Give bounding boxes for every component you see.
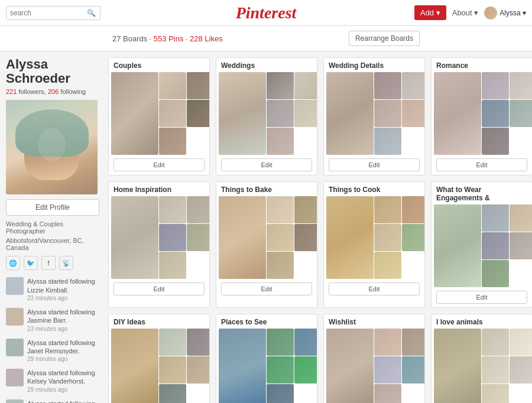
edit-profile-button[interactable]: Edit Profile — [6, 199, 99, 216]
board-title: Things to Bake — [216, 182, 317, 196]
facebook-icon[interactable]: f — [41, 256, 56, 270]
board-image — [187, 356, 210, 384]
board-image — [187, 329, 210, 356]
board-image-main — [219, 72, 266, 155]
separator1: · — [150, 34, 154, 43]
edit-button[interactable]: Edit — [436, 291, 527, 304]
board-image-main — [111, 196, 158, 279]
board-image — [294, 329, 317, 356]
board-image — [267, 72, 294, 99]
board-image — [374, 128, 401, 155]
board-title: Home Inspiration — [109, 182, 209, 196]
board-image — [402, 72, 425, 99]
rearrange-boards-button[interactable]: Rearrange Boards — [349, 31, 420, 46]
followers-info: 221 followers, 206 following — [6, 88, 99, 95]
board-image — [159, 252, 186, 279]
sub-header: 27 Boards · 553 Pins · 228 Likes Rearran… — [0, 26, 532, 51]
website-icon[interactable]: 🌐 — [6, 256, 20, 270]
board-image — [482, 384, 509, 403]
board-image — [402, 329, 425, 356]
board-image — [374, 100, 401, 127]
edit-button[interactable]: Edit — [113, 158, 205, 171]
board-card: DIY Ideas Edit — [108, 314, 210, 403]
board-card: Places to See Edit — [216, 314, 317, 403]
board-title: Things to Cook — [324, 182, 424, 196]
board-image-main — [111, 72, 158, 155]
board-image — [159, 329, 186, 356]
board-image — [159, 356, 186, 384]
board-image — [402, 100, 425, 127]
board-image — [159, 72, 186, 99]
board-image — [267, 100, 294, 127]
edit-button[interactable]: Edit — [221, 158, 312, 171]
edit-button[interactable]: Edit — [221, 282, 312, 295]
board-image-main — [326, 196, 374, 279]
search-input[interactable] — [10, 9, 87, 17]
sidebar: AlyssaSchroeder 221 followers, 206 follo… — [0, 57, 105, 403]
search-box[interactable]: 🔍 — [6, 6, 100, 20]
edit-button[interactable]: Edit — [329, 158, 420, 171]
board-image — [482, 329, 509, 356]
board-image — [267, 384, 294, 403]
board-image — [267, 128, 294, 155]
followers-link[interactable]: 221 — [6, 88, 17, 95]
board-image — [159, 196, 186, 223]
board-image — [294, 224, 317, 251]
following-link[interactable]: 206 — [48, 88, 59, 95]
board-image — [159, 128, 186, 155]
separator2: · — [186, 34, 190, 43]
board-image — [482, 72, 509, 99]
board-image — [482, 356, 509, 384]
board-card: Couples Edit — [108, 57, 210, 176]
edit-button[interactable]: Edit — [113, 282, 205, 295]
board-image-main — [111, 329, 158, 403]
board-images — [432, 329, 532, 403]
board-images — [109, 72, 209, 157]
activity-text: Alyssa started following Janet Remsnyder… — [27, 339, 99, 363]
edit-button[interactable]: Edit — [436, 158, 527, 171]
board-image — [374, 196, 401, 223]
board-image-main — [219, 329, 266, 403]
board-images — [432, 72, 532, 157]
board-image — [482, 128, 509, 155]
board-image — [267, 329, 294, 356]
board-title: Places to See — [216, 314, 317, 329]
board-image — [374, 224, 401, 251]
twitter-icon[interactable]: 🐦 — [24, 256, 38, 270]
board-image — [159, 100, 186, 127]
about-link[interactable]: About ▾ — [452, 8, 479, 17]
board-image — [187, 72, 210, 99]
board-images — [216, 329, 317, 403]
board-image — [482, 100, 509, 127]
user-menu[interactable]: Alyssa ▾ — [484, 6, 526, 20]
pins-link[interactable]: 553 Pins — [154, 34, 184, 43]
board-title: What to Wear Engagements & — [432, 182, 532, 204]
board-images — [216, 196, 317, 281]
search-icon: 🔍 — [87, 9, 96, 17]
board-image — [402, 356, 425, 384]
board-title: I love animals — [432, 314, 532, 329]
avatar — [6, 339, 24, 356]
board-title: Weddings — [216, 58, 317, 72]
board-image — [402, 224, 425, 251]
user-name: AlyssaSchroeder — [6, 57, 99, 86]
board-image — [294, 100, 317, 127]
board-title: Wedding Details — [324, 58, 424, 72]
board-images — [324, 329, 424, 403]
rss-icon[interactable]: 📡 — [59, 256, 73, 270]
avatar — [6, 369, 24, 386]
main-layout: AlyssaSchroeder 221 followers, 206 follo… — [0, 51, 532, 403]
boards-row: Home Inspiration Edit Things to Bake — [108, 181, 532, 308]
board-image — [294, 72, 317, 99]
likes-link[interactable]: 228 Likes — [190, 34, 223, 43]
add-button[interactable]: Add ▾ — [414, 5, 446, 20]
edit-button[interactable]: Edit — [329, 282, 420, 295]
board-image — [510, 204, 532, 232]
list-item: Alyssa started following Kelsey Vanderho… — [6, 369, 99, 394]
board-images — [324, 72, 424, 157]
board-image — [374, 329, 401, 356]
board-card: Things to Cook Edit — [323, 181, 425, 308]
boards-count: 27 Boards — [112, 34, 147, 43]
board-image — [187, 100, 210, 127]
board-image — [482, 204, 509, 232]
